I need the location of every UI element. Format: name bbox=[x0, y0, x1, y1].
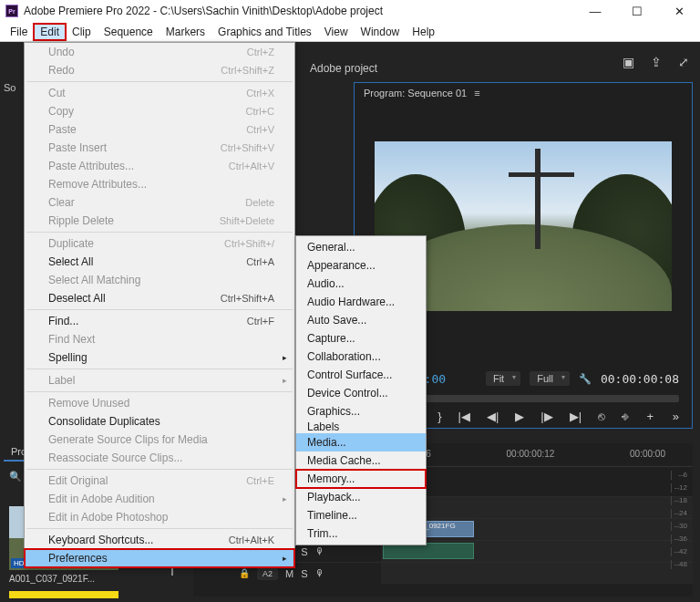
go-to-in-icon[interactable]: |◀ bbox=[458, 410, 470, 423]
menu-item-consolidate-duplicates[interactable]: Consolidate Duplicates bbox=[25, 412, 294, 431]
maximize-button[interactable]: ☐ bbox=[616, 0, 658, 22]
menu-item-paste-insert: Paste InsertCtrl+Shift+V bbox=[25, 139, 294, 157]
mute-button[interactable]: M bbox=[285, 568, 293, 579]
prefs-item-collaboration[interactable]: Collaboration... bbox=[296, 348, 426, 366]
minimize-button[interactable]: — bbox=[574, 0, 616, 22]
resolution-dropdown[interactable]: Full bbox=[530, 371, 570, 386]
menu-item-select-all[interactable]: Select AllCtrl+A bbox=[25, 253, 294, 271]
solo-button[interactable]: S bbox=[301, 568, 307, 579]
audio-meter: --6--12--18--24--30--36--42--48 bbox=[671, 471, 689, 593]
mark-out-icon[interactable]: } bbox=[438, 410, 441, 423]
prefs-item-media-cache[interactable]: Media Cache... bbox=[296, 452, 426, 470]
window-title: Adobe Premiere Pro 2022 - C:\Users\Sachi… bbox=[24, 5, 383, 17]
fullscreen-icon[interactable]: ⤢ bbox=[678, 55, 689, 69]
step-back-icon[interactable]: ◀| bbox=[487, 410, 499, 423]
menu-item-deselect-all[interactable]: Deselect AllCtrl+Shift+A bbox=[25, 289, 294, 307]
menu-file[interactable]: File bbox=[4, 24, 34, 40]
lock-icon[interactable]: 🔒 bbox=[239, 568, 250, 578]
menu-view[interactable]: View bbox=[318, 24, 355, 40]
prefs-item-auto-save[interactable]: Auto Save... bbox=[296, 311, 426, 329]
menu-item-preferences[interactable]: Preferences▸ bbox=[25, 549, 294, 567]
prefs-item-general[interactable]: General... bbox=[296, 238, 426, 256]
panel-menu-icon[interactable]: ≡ bbox=[474, 88, 479, 99]
prefs-item-media[interactable]: Media... bbox=[296, 433, 426, 452]
more-icon[interactable]: » bbox=[673, 410, 679, 423]
button-editor-icon[interactable]: + bbox=[646, 410, 654, 423]
menu-window[interactable]: Window bbox=[355, 24, 407, 40]
menu-item-keyboard-shortcuts[interactable]: Keyboard Shortcuts...Ctrl+Alt+K bbox=[25, 531, 294, 549]
menu-graphics-and-titles[interactable]: Graphics and Titles bbox=[211, 24, 318, 40]
chevron-right-icon: ▸ bbox=[283, 353, 287, 362]
menu-item-edit-in-adobe-photoshop: Edit in Adobe Photoshop bbox=[25, 508, 294, 526]
menu-item-remove-unused: Remove Unused bbox=[25, 394, 294, 412]
source-panel-tab[interactable]: So bbox=[4, 82, 15, 93]
prefs-item-audio-hardware[interactable]: Audio Hardware... bbox=[296, 293, 426, 311]
prefs-item-audio[interactable]: Audio... bbox=[296, 275, 426, 293]
menu-help[interactable]: Help bbox=[406, 24, 441, 40]
menu-bar: FileEditClipSequenceMarkersGraphics and … bbox=[0, 22, 700, 42]
menu-item-edit-original: Edit OriginalCtrl+E bbox=[25, 472, 294, 490]
menu-sequence[interactable]: Sequence bbox=[98, 24, 160, 40]
duration-timecode: 00:00:00:08 bbox=[601, 372, 679, 386]
menu-edit[interactable]: Edit bbox=[34, 24, 66, 40]
menu-item-duplicate: DuplicateCtrl+Shift+/ bbox=[25, 234, 294, 253]
preferences-submenu: General...Appearance...Audio...Audio Har… bbox=[295, 235, 427, 545]
settings-icon[interactable]: 🔧 bbox=[579, 373, 592, 385]
prefs-item-timeline[interactable]: Timeline... bbox=[296, 506, 426, 524]
prefs-item-graphics[interactable]: Graphics... bbox=[296, 402, 426, 420]
prefs-item-trim[interactable]: Trim... bbox=[296, 524, 426, 543]
menu-markers[interactable]: Markers bbox=[160, 24, 211, 40]
menu-item-undo: UndoCtrl+Z bbox=[25, 43, 294, 61]
menu-item-ripple-delete: Ripple DeleteShift+Delete bbox=[25, 212, 294, 230]
menu-item-find[interactable]: Find...Ctrl+F bbox=[25, 312, 294, 330]
menu-item-cut: CutCtrl+X bbox=[25, 84, 294, 102]
edit-menu-dropdown: UndoCtrl+ZRedoCtrl+Shift+ZCutCtrl+XCopyC… bbox=[24, 42, 295, 568]
step-fwd-icon[interactable]: |▶ bbox=[540, 410, 552, 423]
prefs-item-device-control[interactable]: Device Control... bbox=[296, 384, 426, 402]
menu-item-paste: PasteCtrl+V bbox=[25, 120, 294, 139]
menu-item-edit-in-adobe-audition: Edit in Adobe Audition▸ bbox=[25, 490, 294, 508]
menu-item-spelling[interactable]: Spelling▸ bbox=[25, 348, 294, 367]
prefs-item-appearance[interactable]: Appearance... bbox=[296, 256, 426, 275]
menu-item-copy: CopyCtrl+C bbox=[25, 102, 294, 120]
menu-item-reassociate-source-clips: Reassociate Source Clips... bbox=[25, 449, 294, 467]
extract-icon[interactable]: ⎆ bbox=[622, 410, 629, 423]
app-icon: Pr bbox=[5, 5, 18, 17]
clip-name-label[interactable]: A001_C037_0921F... bbox=[9, 574, 153, 584]
close-button[interactable]: ✕ bbox=[658, 0, 700, 22]
title-bar: Pr Adobe Premiere Pro 2022 - C:\Users\Sa… bbox=[0, 0, 700, 22]
clip-usage-bar bbox=[9, 591, 118, 598]
voice-icon[interactable]: 🎙 bbox=[315, 568, 324, 578]
export-frame-icon[interactable]: ▣ bbox=[623, 55, 634, 69]
prefs-item-capture[interactable]: Capture... bbox=[296, 329, 426, 348]
zoom-fit-dropdown[interactable]: Fit bbox=[486, 371, 520, 386]
prefs-item-memory[interactable]: Memory... bbox=[296, 470, 426, 488]
menu-item-redo: RedoCtrl+Shift+Z bbox=[25, 61, 294, 79]
solo-button[interactable]: S bbox=[301, 546, 307, 557]
lift-icon[interactable]: ⎋ bbox=[598, 410, 605, 423]
menu-clip[interactable]: Clip bbox=[66, 24, 98, 40]
menu-item-label: Label▸ bbox=[25, 371, 294, 389]
prefs-item-playback[interactable]: Playback... bbox=[296, 488, 426, 506]
prefs-item-labels[interactable]: Labels bbox=[296, 420, 426, 433]
menu-item-clear: ClearDelete bbox=[25, 193, 294, 212]
play-icon[interactable]: ▶ bbox=[515, 410, 524, 423]
menu-item-remove-attributes: Remove Attributes... bbox=[25, 175, 294, 193]
menu-item-select-all-matching: Select All Matching bbox=[25, 271, 294, 289]
menu-item-generate-source-clips-for-media: Generate Source Clips for Media bbox=[25, 431, 294, 449]
share-icon[interactable]: ⇪ bbox=[651, 55, 662, 69]
track-label[interactable]: A2 bbox=[257, 567, 278, 580]
chevron-right-icon: ▸ bbox=[283, 554, 287, 563]
prefs-item-control-surface[interactable]: Control Surface... bbox=[296, 366, 426, 384]
chevron-right-icon: ▸ bbox=[283, 376, 287, 385]
go-to-out-icon[interactable]: ▶| bbox=[570, 410, 582, 423]
menu-item-paste-attributes: Paste Attributes...Ctrl+Alt+V bbox=[25, 157, 294, 175]
menu-item-find-next: Find Next bbox=[25, 330, 294, 348]
program-title: Program: Sequence 01 bbox=[364, 88, 467, 99]
voice-icon[interactable]: 🎙 bbox=[315, 546, 324, 556]
chevron-right-icon: ▸ bbox=[283, 494, 287, 503]
